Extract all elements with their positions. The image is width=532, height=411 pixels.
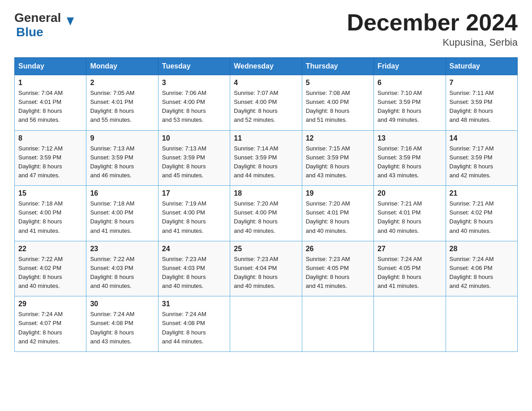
day-info: Sunrise: 7:10 AMSunset: 3:59 PMDaylight:…	[378, 89, 442, 125]
table-row: 29 Sunrise: 7:24 AMSunset: 4:07 PMDaylig…	[15, 296, 86, 352]
day-info: Sunrise: 7:20 AMSunset: 4:00 PMDaylight:…	[234, 199, 298, 235]
table-row: 19 Sunrise: 7:20 AMSunset: 4:01 PMDaylig…	[302, 186, 373, 241]
day-info: Sunrise: 7:05 AMSunset: 4:01 PMDaylight:…	[90, 89, 154, 125]
table-row	[230, 296, 302, 352]
logo-general-text: General	[14, 11, 61, 25]
day-info: Sunrise: 7:15 AMSunset: 3:59 PMDaylight:…	[306, 144, 370, 180]
day-number: 30	[90, 300, 154, 308]
day-info: Sunrise: 7:06 AMSunset: 4:00 PMDaylight:…	[162, 89, 226, 125]
table-row: 26 Sunrise: 7:23 AMSunset: 4:05 PMDaylig…	[302, 241, 373, 296]
table-row: 22 Sunrise: 7:22 AMSunset: 4:02 PMDaylig…	[15, 241, 86, 296]
day-info: Sunrise: 7:18 AMSunset: 4:00 PMDaylight:…	[90, 199, 154, 235]
day-number: 8	[18, 134, 82, 142]
table-row: 23 Sunrise: 7:22 AMSunset: 4:03 PMDaylig…	[86, 241, 158, 296]
day-info: Sunrise: 7:24 AMSunset: 4:05 PMDaylight:…	[378, 255, 442, 291]
table-row: 14 Sunrise: 7:17 AMSunset: 3:59 PMDaylig…	[446, 130, 517, 186]
calendar-week-row: 15 Sunrise: 7:18 AMSunset: 4:00 PMDaylig…	[15, 186, 518, 241]
day-info: Sunrise: 7:24 AMSunset: 4:06 PMDaylight:…	[450, 255, 514, 291]
day-number: 13	[378, 134, 442, 142]
table-row: 30 Sunrise: 7:24 AMSunset: 4:08 PMDaylig…	[86, 296, 158, 352]
day-info: Sunrise: 7:24 AMSunset: 4:07 PMDaylight:…	[18, 310, 82, 346]
table-row: 31 Sunrise: 7:24 AMSunset: 4:08 PMDaylig…	[158, 296, 230, 352]
day-number: 4	[234, 79, 298, 87]
day-info: Sunrise: 7:23 AMSunset: 4:03 PMDaylight:…	[162, 255, 226, 291]
day-number: 22	[18, 245, 82, 253]
col-wednesday: Wednesday	[230, 58, 302, 75]
day-info: Sunrise: 7:14 AMSunset: 3:59 PMDaylight:…	[234, 144, 298, 180]
col-sunday: Sunday	[15, 58, 86, 75]
day-info: Sunrise: 7:22 AMSunset: 4:02 PMDaylight:…	[18, 255, 82, 291]
day-info: Sunrise: 7:22 AMSunset: 4:03 PMDaylight:…	[90, 255, 154, 291]
day-number: 3	[162, 79, 226, 87]
table-row: 27 Sunrise: 7:24 AMSunset: 4:05 PMDaylig…	[374, 241, 446, 296]
day-info: Sunrise: 7:21 AMSunset: 4:01 PMDaylight:…	[378, 199, 442, 235]
col-monday: Monday	[86, 58, 158, 75]
day-info: Sunrise: 7:16 AMSunset: 3:59 PMDaylight:…	[378, 144, 442, 180]
table-row: 25 Sunrise: 7:23 AMSunset: 4:04 PMDaylig…	[230, 241, 302, 296]
calendar-week-row: 1 Sunrise: 7:04 AMSunset: 4:01 PMDayligh…	[15, 75, 518, 131]
day-number: 14	[450, 134, 514, 142]
table-row	[374, 296, 446, 352]
table-row: 17 Sunrise: 7:19 AMSunset: 4:00 PMDaylig…	[158, 186, 230, 241]
day-number: 7	[450, 79, 514, 87]
table-row: 7 Sunrise: 7:11 AMSunset: 3:59 PMDayligh…	[446, 75, 517, 131]
day-number: 2	[90, 79, 154, 87]
day-number: 28	[450, 245, 514, 253]
day-number: 6	[378, 79, 442, 87]
day-number: 25	[234, 245, 298, 253]
day-number: 19	[306, 189, 370, 197]
day-info: Sunrise: 7:07 AMSunset: 4:00 PMDaylight:…	[234, 89, 298, 125]
day-number: 18	[234, 189, 298, 197]
logo-blue-text: Blue	[16, 25, 43, 39]
day-number: 29	[18, 300, 82, 308]
day-info: Sunrise: 7:18 AMSunset: 4:00 PMDaylight:…	[18, 199, 82, 235]
title-block: December 2024 Kupusina, Serbia	[347, 11, 518, 48]
day-number: 17	[162, 189, 226, 197]
day-info: Sunrise: 7:23 AMSunset: 4:04 PMDaylight:…	[234, 255, 298, 291]
calendar-table: Sunday Monday Tuesday Wednesday Thursday…	[14, 57, 518, 352]
day-number: 12	[306, 134, 370, 142]
table-row: 16 Sunrise: 7:18 AMSunset: 4:00 PMDaylig…	[86, 186, 158, 241]
col-friday: Friday	[374, 58, 446, 75]
day-info: Sunrise: 7:13 AMSunset: 3:59 PMDaylight:…	[162, 144, 226, 180]
table-row: 5 Sunrise: 7:08 AMSunset: 4:00 PMDayligh…	[302, 75, 373, 131]
day-info: Sunrise: 7:20 AMSunset: 4:01 PMDaylight:…	[306, 199, 370, 235]
calendar-week-row: 29 Sunrise: 7:24 AMSunset: 4:07 PMDaylig…	[15, 296, 518, 352]
day-info: Sunrise: 7:13 AMSunset: 3:59 PMDaylight:…	[90, 144, 154, 180]
day-number: 10	[162, 134, 226, 142]
table-row: 3 Sunrise: 7:06 AMSunset: 4:00 PMDayligh…	[158, 75, 230, 131]
svg-marker-0	[67, 17, 74, 26]
month-year-title: December 2024	[347, 11, 518, 34]
table-row: 28 Sunrise: 7:24 AMSunset: 4:06 PMDaylig…	[446, 241, 517, 296]
col-tuesday: Tuesday	[158, 58, 230, 75]
table-row: 1 Sunrise: 7:04 AMSunset: 4:01 PMDayligh…	[15, 75, 86, 131]
day-number: 5	[306, 79, 370, 87]
table-row: 12 Sunrise: 7:15 AMSunset: 3:59 PMDaylig…	[302, 130, 373, 186]
day-number: 20	[378, 189, 442, 197]
calendar-week-row: 22 Sunrise: 7:22 AMSunset: 4:02 PMDaylig…	[15, 241, 518, 296]
table-row: 24 Sunrise: 7:23 AMSunset: 4:03 PMDaylig…	[158, 241, 230, 296]
table-row: 13 Sunrise: 7:16 AMSunset: 3:59 PMDaylig…	[374, 130, 446, 186]
day-number: 27	[378, 245, 442, 253]
table-row: 18 Sunrise: 7:20 AMSunset: 4:00 PMDaylig…	[230, 186, 302, 241]
table-row: 8 Sunrise: 7:12 AMSunset: 3:59 PMDayligh…	[15, 130, 86, 186]
table-row: 2 Sunrise: 7:05 AMSunset: 4:01 PMDayligh…	[86, 75, 158, 131]
day-info: Sunrise: 7:08 AMSunset: 4:00 PMDaylight:…	[306, 89, 370, 125]
day-number: 31	[162, 300, 226, 308]
day-number: 26	[306, 245, 370, 253]
day-info: Sunrise: 7:04 AMSunset: 4:01 PMDaylight:…	[18, 89, 82, 125]
day-number: 21	[450, 189, 514, 197]
col-thursday: Thursday	[302, 58, 373, 75]
day-info: Sunrise: 7:21 AMSunset: 4:02 PMDaylight:…	[450, 199, 514, 235]
day-number: 16	[90, 189, 154, 197]
day-number: 1	[18, 79, 82, 87]
table-row: 10 Sunrise: 7:13 AMSunset: 3:59 PMDaylig…	[158, 130, 230, 186]
day-info: Sunrise: 7:11 AMSunset: 3:59 PMDaylight:…	[450, 89, 514, 125]
day-info: Sunrise: 7:12 AMSunset: 3:59 PMDaylight:…	[18, 144, 82, 180]
day-number: 24	[162, 245, 226, 253]
table-row: 21 Sunrise: 7:21 AMSunset: 4:02 PMDaylig…	[446, 186, 517, 241]
day-number: 23	[90, 245, 154, 253]
table-row: 6 Sunrise: 7:10 AMSunset: 3:59 PMDayligh…	[374, 75, 446, 131]
table-row	[446, 296, 517, 352]
day-info: Sunrise: 7:24 AMSunset: 4:08 PMDaylight:…	[162, 310, 226, 346]
